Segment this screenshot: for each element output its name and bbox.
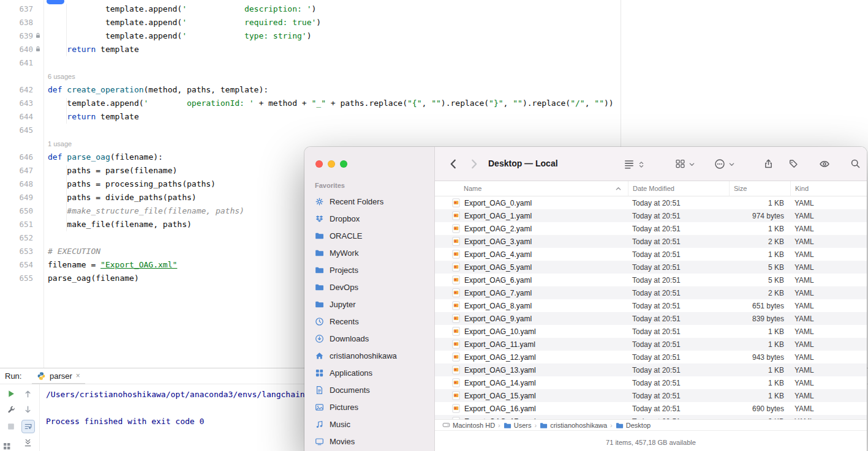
code-line[interactable]: 642def create_operation(method, paths, t… (0, 83, 868, 97)
usages-hint[interactable]: 1 usage (48, 140, 72, 147)
sidebar-item-documents[interactable]: Documents (309, 381, 430, 398)
code-line[interactable]: 638 template.append(' required: true') (0, 16, 868, 29)
file-name-cell[interactable]: Export_OAG_0.yaml (435, 198, 628, 207)
zoom-window-button[interactable] (340, 160, 347, 168)
usage-inlay-row[interactable]: 6 usages (0, 70, 868, 83)
up-stacktrace-button[interactable] (23, 389, 33, 399)
path-item-cristianohoshikawa[interactable]: cristianohoshikawa (540, 421, 607, 429)
file-size: 943 bytes (729, 353, 790, 362)
path-item-users[interactable]: Users (504, 421, 532, 429)
column-header-name[interactable]: Name (435, 181, 628, 196)
code-text: 1 usage (43, 137, 72, 151)
table-row[interactable]: Export_OAG_17.yamlToday at 20:513 KBYAML (435, 415, 867, 419)
sidebar-item-mywork[interactable]: MyWork (309, 244, 430, 261)
file-name-cell[interactable]: Export_OAG_15.yaml (435, 391, 628, 400)
sidebar-item-applications[interactable]: Applications (309, 364, 430, 381)
back-button[interactable] (447, 158, 459, 170)
table-row[interactable]: Export_OAG_6.yamlToday at 20:515 KBYAML (435, 274, 867, 286)
file-name-cell[interactable]: Export_OAG_14.yaml (435, 378, 628, 387)
table-row[interactable]: Export_OAG_4.yamlToday at 20:511 KBYAML (435, 248, 867, 261)
column-header-date[interactable]: Date Modified (628, 181, 729, 196)
sidebar-item-pictures[interactable]: Pictures (309, 398, 430, 416)
down-stacktrace-button[interactable] (23, 405, 33, 415)
table-row[interactable]: Export_OAG_10.yamlToday at 20:511 KBYAML (435, 325, 867, 338)
more-actions-button[interactable] (714, 158, 725, 170)
sidebar-item-recents[interactable]: Recents (309, 313, 430, 330)
close-tab-icon[interactable]: × (76, 371, 80, 380)
column-header-size[interactable]: Size (729, 181, 790, 196)
file-name-cell[interactable]: Export_OAG_12.yaml (435, 352, 628, 362)
tags-button[interactable] (788, 158, 799, 170)
table-row[interactable]: Export_OAG_16.yamlToday at 20:51690 byte… (435, 402, 867, 415)
sidebar-item-movies[interactable]: Movies (309, 433, 430, 450)
search-button[interactable] (850, 158, 861, 170)
group-by-button[interactable] (675, 158, 686, 170)
table-row[interactable]: Export_OAG_1.yamlToday at 20:51974 bytes… (435, 209, 867, 222)
file-name-cell[interactable]: Export_OAG_3.yaml (435, 237, 628, 246)
minimize-window-button[interactable] (328, 160, 335, 168)
sidebar-item-jupyter[interactable]: Jupyter (309, 296, 430, 313)
sidebar-item-dropbox[interactable]: Dropbox (309, 210, 430, 227)
code-line[interactable]: 637 template.append(' description: ') (0, 2, 868, 16)
table-row[interactable]: Export_OAG_3.yamlToday at 20:512 KBYAML (435, 235, 867, 248)
file-name: Export_OAG_6.yaml (464, 276, 532, 285)
close-window-button[interactable] (315, 160, 323, 168)
sidebar-item-cristianohoshikawa[interactable]: cristianohoshikawa (309, 347, 430, 364)
file-name-cell[interactable]: Export_OAG_11.yaml (435, 340, 628, 349)
table-row[interactable]: Export_OAG_2.yamlToday at 20:511 KBYAML (435, 222, 867, 235)
share-button[interactable] (763, 158, 774, 170)
code-line[interactable]: 640 return template (0, 43, 868, 56)
path-item-desktop[interactable]: Desktop (616, 421, 651, 429)
run-tab-parser[interactable]: parser × (32, 368, 85, 384)
quicklook-eye-button[interactable] (819, 158, 830, 170)
table-row[interactable]: Export_OAG_15.yamlToday at 20:511 KBYAML (435, 389, 867, 402)
table-row[interactable]: Export_OAG_5.yamlToday at 20:515 KBYAML (435, 261, 867, 274)
sidebar-item-music[interactable]: Music (309, 416, 430, 433)
run-console[interactable]: /Users/cristianohoshikawa/opt/anaconda3/… (46, 388, 309, 428)
column-header-kind[interactable]: Kind (790, 181, 867, 196)
ide-corner-grid-icon[interactable] (3, 442, 11, 450)
file-kind: YAML (790, 340, 867, 349)
file-name-cell[interactable]: Export_OAG_2.yaml (435, 224, 628, 233)
code-line[interactable]: 644 return template (0, 110, 868, 124)
table-row[interactable]: Export_OAG_0.yamlToday at 20:511 KBYAML (435, 196, 867, 209)
code-line[interactable]: 639 template.append(' type: string') (0, 29, 868, 43)
file-name-cell[interactable]: Export_OAG_16.yaml (435, 404, 628, 413)
code-line[interactable]: 641 (0, 56, 868, 70)
path-bar: Macintosh HD›Users›cristianohoshikawa›De… (435, 419, 867, 430)
table-row[interactable]: Export_OAG_14.yamlToday at 20:511 KBYAML (435, 376, 867, 389)
table-row[interactable]: Export_OAG_8.yamlToday at 20:51651 bytes… (435, 299, 867, 312)
sidebar-item-recent-folders[interactable]: Recent Folders (309, 193, 430, 210)
table-row[interactable]: Export_OAG_7.yamlToday at 20:512 KBYAML (435, 286, 867, 299)
file-name: Export_OAG_14.yaml (464, 379, 536, 387)
file-date-modified: Today at 20:51 (628, 340, 729, 349)
file-name-cell[interactable]: Export_OAG_5.yaml (435, 263, 628, 272)
stop-button[interactable] (7, 422, 17, 432)
file-name-cell[interactable]: Export_OAG_1.yaml (435, 211, 628, 220)
table-row[interactable]: Export_OAG_12.yamlToday at 20:51943 byte… (435, 351, 867, 363)
forward-button[interactable] (468, 158, 480, 170)
code-line[interactable]: 645 (0, 124, 868, 137)
file-name-cell[interactable]: Export_OAG_7.yaml (435, 288, 628, 297)
sidebar-item-devops[interactable]: DevOps (309, 278, 430, 296)
path-item-macintosh-hd[interactable]: Macintosh HD (442, 421, 495, 429)
file-name-cell[interactable]: Export_OAG_8.yaml (435, 301, 628, 310)
settings-wrench-button[interactable] (7, 405, 17, 415)
table-row[interactable]: Export_OAG_11.yamlToday at 20:511 KBYAML (435, 338, 867, 351)
rerun-button[interactable] (7, 389, 17, 399)
file-name-cell[interactable]: Export_OAG_6.yaml (435, 275, 628, 285)
table-row[interactable]: Export_OAG_9.yamlToday at 20:51839 bytes… (435, 312, 867, 325)
usages-hint[interactable]: 6 usages (48, 73, 75, 80)
sidebar-item-projects[interactable]: Projects (309, 261, 430, 278)
sidebar-item-downloads[interactable]: Downloads (309, 330, 430, 347)
soft-wrap-toggle[interactable] (21, 420, 35, 433)
view-mode-button[interactable] (624, 158, 635, 170)
scroll-to-end-button[interactable] (23, 438, 33, 448)
sidebar-item-oracle[interactable]: ORACLE (309, 227, 430, 244)
file-name-cell[interactable]: Export_OAG_4.yaml (435, 250, 628, 259)
file-name-cell[interactable]: Export_OAG_10.yaml (435, 327, 628, 336)
code-line[interactable]: 643 template.append(' operationId: ' + m… (0, 97, 868, 110)
file-name-cell[interactable]: Export_OAG_9.yaml (435, 314, 628, 323)
file-name-cell[interactable]: Export_OAG_13.yaml (435, 365, 628, 375)
table-row[interactable]: Export_OAG_13.yamlToday at 20:511 KBYAML (435, 363, 867, 376)
